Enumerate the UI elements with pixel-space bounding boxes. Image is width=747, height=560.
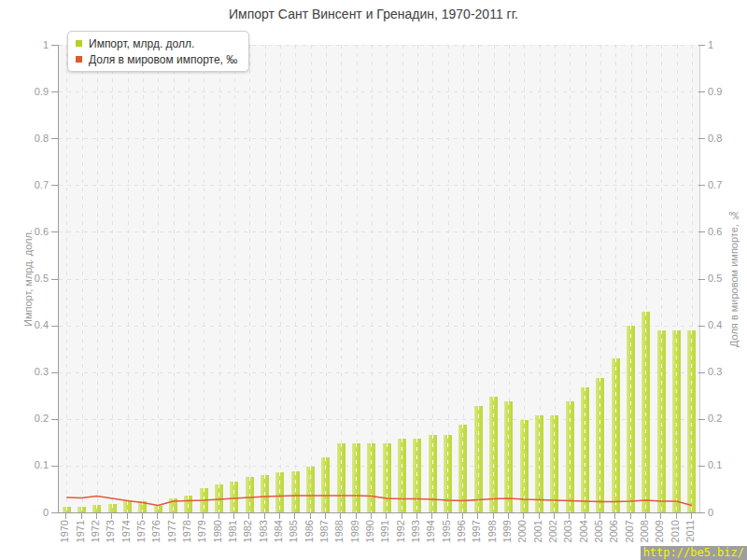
bar-1994 — [429, 435, 437, 512]
bar-1975 — [138, 501, 147, 512]
bar-1995 — [444, 435, 452, 512]
legend-label-imports: Импорт, млрд. долл. — [89, 37, 194, 50]
v-gridline — [234, 45, 235, 512]
x-tick — [431, 513, 432, 519]
y-tick-right — [698, 419, 705, 420]
x-tick-label-1975: 1975 — [135, 520, 147, 542]
x-tick — [614, 513, 615, 519]
bar-2004 — [581, 387, 589, 512]
x-tick — [585, 513, 585, 519]
bar-2005 — [596, 378, 604, 512]
v-gridline — [143, 45, 144, 512]
x-tick-label-1987: 1987 — [318, 520, 330, 542]
x-tick — [660, 513, 661, 519]
x-tick — [691, 513, 692, 519]
bar-1982 — [246, 477, 254, 512]
x-tick — [477, 513, 478, 519]
y-tick-left — [51, 185, 58, 186]
y-tick-left — [51, 419, 58, 420]
x-tick-label-2007: 2007 — [624, 520, 635, 542]
x-tick — [81, 513, 82, 519]
v-gridline — [204, 45, 204, 512]
bar-1997 — [474, 406, 483, 512]
x-tick — [493, 513, 494, 519]
x-tick-label-2001: 2001 — [532, 520, 543, 542]
y-tick-label-right: 0.1 — [708, 459, 745, 470]
bar-1996 — [458, 425, 467, 512]
y-tick-label-left: 0.4 — [11, 319, 49, 330]
y-tick-label-right: 0.4 — [708, 319, 745, 330]
y-tick-right — [698, 326, 705, 327]
v-gridline — [128, 45, 129, 512]
x-tick-label-1985: 1985 — [288, 520, 299, 542]
x-tick — [173, 513, 174, 519]
x-tick — [569, 513, 570, 519]
x-tick — [142, 513, 143, 519]
x-tick-label-2009: 2009 — [654, 520, 665, 542]
h-gridline — [59, 279, 699, 280]
bar-1986 — [306, 467, 315, 512]
y-tick-left — [51, 512, 58, 513]
y-tick-left — [51, 372, 58, 373]
x-tick — [310, 513, 311, 519]
y-tick-label-right: 0.8 — [708, 133, 745, 144]
h-gridline — [59, 91, 699, 92]
y-tick-right — [698, 138, 705, 139]
watermark-link[interactable]: http://be5.biz/ — [641, 546, 747, 560]
y-tick-left — [51, 231, 58, 232]
v-gridline — [158, 45, 159, 512]
bar-1989 — [352, 443, 360, 512]
x-tick-label-1971: 1971 — [75, 520, 86, 542]
y-tick-right — [698, 185, 705, 186]
y-tick-left — [51, 91, 58, 92]
x-tick-label-1976: 1976 — [150, 520, 162, 542]
v-gridline — [112, 45, 113, 512]
x-tick — [508, 513, 509, 519]
x-tick-label-1995: 1995 — [441, 520, 452, 542]
bar-1977 — [169, 498, 177, 512]
bar-1984 — [275, 472, 284, 512]
y-tick-right — [698, 231, 705, 232]
x-tick — [203, 513, 204, 519]
x-tick-label-2003: 2003 — [562, 520, 573, 542]
x-tick — [386, 513, 387, 519]
x-tick-label-1980: 1980 — [212, 520, 223, 542]
bar-1976 — [154, 506, 162, 512]
y-tick-label-left: 0.5 — [11, 273, 49, 284]
bar-1973 — [108, 504, 117, 513]
x-tick-label-1994: 1994 — [425, 520, 436, 542]
v-gridline — [280, 45, 281, 512]
y-tick-right — [698, 91, 705, 92]
y-tick-label-right: 0.9 — [708, 86, 745, 97]
h-gridline — [59, 138, 699, 139]
bar-1985 — [291, 471, 300, 512]
bar-1972 — [92, 505, 101, 513]
bar-1990 — [367, 443, 375, 512]
x-tick-label-1989: 1989 — [349, 520, 360, 542]
h-gridline — [59, 372, 699, 373]
y-tick-label-right: 0.6 — [708, 226, 745, 237]
x-tick-label-1974: 1974 — [120, 520, 132, 542]
bar-2011 — [687, 330, 696, 512]
x-tick — [65, 513, 66, 519]
x-tick-label-1998: 1998 — [486, 520, 498, 542]
chart-container: Импорт Сант Винсент и Гренадин, 1970-201… — [0, 0, 747, 560]
v-gridline — [265, 45, 266, 512]
x-tick-label-1996: 1996 — [456, 520, 467, 542]
legend-item-world-share: Доля в мировом импорте, ‰ — [76, 51, 237, 67]
x-tick-label-1984: 1984 — [273, 520, 284, 542]
bar-1983 — [261, 475, 269, 512]
x-tick-label-1991: 1991 — [379, 520, 390, 542]
bar-1998 — [489, 397, 498, 512]
h-gridline — [59, 231, 699, 232]
bar-1988 — [337, 443, 345, 512]
bar-2000 — [520, 420, 529, 512]
x-tick-label-1979: 1979 — [196, 520, 207, 542]
x-tick — [264, 513, 265, 519]
y-tick-right — [698, 45, 705, 46]
v-gridline — [311, 45, 312, 512]
x-tick — [356, 513, 357, 519]
v-gridline — [66, 45, 67, 512]
x-tick — [325, 513, 326, 519]
v-gridline — [372, 45, 373, 512]
